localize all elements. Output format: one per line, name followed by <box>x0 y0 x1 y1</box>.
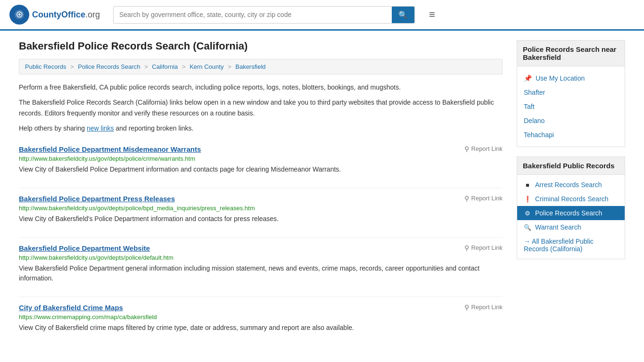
report-link-3[interactable]: ⚲ Report Link <box>464 304 503 311</box>
search-button[interactable]: 🔍 <box>392 7 414 23</box>
report-link-0[interactable]: ⚲ Report Link <box>464 145 503 153</box>
report-link-2[interactable]: ⚲ Report Link <box>464 244 503 252</box>
sidebar-public-records-body: ■ Arrest Records Search ❗ Criminal Recor… <box>517 174 625 259</box>
report-link-label-2: Report Link <box>471 244 503 251</box>
logo-area: ⦿ CountyOffice.org <box>9 5 104 25</box>
breadcrumb-link-police-records[interactable]: Police Records Search <box>78 63 140 70</box>
result-url-0: http://www.bakersfieldcity.us/gov/depts/… <box>19 155 503 162</box>
page-title: Bakersfield Police Records Search (Calif… <box>19 40 503 52</box>
nearby-city-link-1[interactable]: Taft <box>524 103 535 110</box>
report-link-label-1: Report Link <box>471 195 503 202</box>
search-bar: 🔍 <box>113 6 415 24</box>
result-title-3[interactable]: City of Bakersfield Crime Maps <box>19 304 123 312</box>
result-url-2: http://www.bakersfieldcity.us/gov/depts/… <box>19 254 503 261</box>
result-title-0[interactable]: Bakersfield Police Department Misdemeano… <box>19 145 201 153</box>
all-records-anchor[interactable]: → All Bakersfield Public Records (Califo… <box>524 238 594 253</box>
public-records-links-list: ■ Arrest Records Search ❗ Criminal Recor… <box>517 178 625 234</box>
sidebar-link-icon-2: ⚙ <box>524 210 531 217</box>
breadcrumb-sep-2: > <box>144 63 148 70</box>
report-link-icon-3: ⚲ <box>464 304 469 311</box>
description-1: Perform a free Bakersfield, CA public po… <box>19 82 503 92</box>
sidebar-link-label-2: Police Records Search <box>535 209 602 217</box>
site-header: ⦿ CountyOffice.org 🔍 ≡ <box>0 0 644 31</box>
main-container: Bakersfield Police Records Search (Calif… <box>0 31 644 355</box>
result-desc-1: View City of Bakersfield's Police Depart… <box>19 214 503 224</box>
nearby-cities-list: ShafterTaftDelanoTehachapi <box>517 85 625 142</box>
menu-icon[interactable]: ≡ <box>429 8 435 21</box>
result-item-0: Bakersfield Police Department Misdemeano… <box>19 139 503 174</box>
report-link-icon-0: ⚲ <box>464 145 469 153</box>
sidebar-link-1[interactable]: ❗ Criminal Records Search <box>517 192 625 206</box>
main-content: Bakersfield Police Records Search (Calif… <box>19 40 503 346</box>
result-item-1: Bakersfield Police Department Press Rele… <box>19 188 503 224</box>
sidebar-link-anchor-3[interactable]: Warrant Search <box>535 223 581 231</box>
description-3: Help others by sharing new links and rep… <box>19 123 503 133</box>
new-links-link[interactable]: new links <box>87 124 114 132</box>
sidebar-link-anchor-0[interactable]: Arrest Records Search <box>535 181 602 189</box>
result-header-1: Bakersfield Police Department Press Rele… <box>19 195 503 203</box>
result-header-2: Bakersfield Police Department Website ⚲ … <box>19 244 503 252</box>
breadcrumb-sep-3: > <box>182 63 186 70</box>
breadcrumb-sep-1: > <box>70 63 74 70</box>
result-title-1[interactable]: Bakersfield Police Department Press Rele… <box>19 195 175 203</box>
nearby-city-link-2[interactable]: Delano <box>524 117 545 124</box>
sidebar-link-3[interactable]: 🔍 Warrant Search <box>517 220 625 234</box>
sidebar-link-icon-0: ■ <box>524 181 531 189</box>
nearby-city-3[interactable]: Tehachapi <box>517 128 625 142</box>
sidebar-link-icon-1: ❗ <box>524 196 531 203</box>
sidebar-link-0[interactable]: ■ Arrest Records Search <box>517 178 625 192</box>
report-link-1[interactable]: ⚲ Report Link <box>464 195 503 202</box>
result-item-3: City of Bakersfield Crime Maps ⚲ Report … <box>19 296 503 333</box>
sidebar: Police Records Search near Bakersfield 📌… <box>517 40 625 346</box>
nearby-city-1[interactable]: Taft <box>517 99 625 114</box>
sidebar-link-anchor-1[interactable]: Criminal Records Search <box>535 195 609 203</box>
report-link-label-3: Report Link <box>471 304 503 311</box>
nearby-city-0[interactable]: Shafter <box>517 85 625 99</box>
report-link-icon-2: ⚲ <box>464 244 469 252</box>
logo-icon: ⦿ <box>9 5 29 25</box>
results-container: Bakersfield Police Department Misdemeano… <box>19 139 503 333</box>
breadcrumb-link-kern-county[interactable]: Kern County <box>190 63 223 70</box>
search-icon: 🔍 <box>398 11 408 19</box>
breadcrumb-link-public-records[interactable]: Public Records <box>25 63 66 70</box>
sidebar-nearby-body: 📌 Use My Location ShafterTaftDelanoTehac… <box>517 66 625 147</box>
nearby-city-link-3[interactable]: Tehachapi <box>524 131 554 139</box>
nearby-city-2[interactable]: Delano <box>517 114 625 128</box>
result-desc-3: View City of Bakersfield crime maps filt… <box>19 323 503 333</box>
sidebar-link-2[interactable]: ⚙ Police Records Search <box>517 206 625 220</box>
breadcrumb-link-california[interactable]: California <box>152 63 178 70</box>
report-link-label-0: Report Link <box>471 145 503 152</box>
description-2: The Bakersfield Police Records Search (C… <box>19 97 503 118</box>
all-records-link: → All Bakersfield Public Records (Califo… <box>517 234 625 256</box>
breadcrumb: Public Records > Police Records Search >… <box>19 59 503 74</box>
nearby-city-link-0[interactable]: Shafter <box>524 89 545 96</box>
use-my-location-link[interactable]: Use My Location <box>536 74 585 82</box>
sidebar-use-my-location[interactable]: 📌 Use My Location <box>517 71 625 85</box>
report-link-icon-1: ⚲ <box>464 195 469 202</box>
result-item-2: Bakersfield Police Department Website ⚲ … <box>19 237 503 283</box>
result-url-3: https://www.crimemapping.com/map/ca/bake… <box>19 313 503 321</box>
pin-icon: 📌 <box>524 74 532 82</box>
sidebar-public-records-section: Bakersfield Public Records ■ Arrest Reco… <box>517 156 625 259</box>
sidebar-link-icon-3: 🔍 <box>524 224 531 231</box>
result-desc-0: View City of Bakersfield Police Departme… <box>19 165 503 174</box>
breadcrumb-sep-4: > <box>228 63 231 70</box>
sidebar-public-records-title: Bakersfield Public Records <box>517 156 625 174</box>
sidebar-nearby-title: Police Records Search near Bakersfield <box>517 40 625 66</box>
logo-text: CountyOffice.org <box>32 10 100 20</box>
result-title-2[interactable]: Bakersfield Police Department Website <box>19 244 150 252</box>
svg-text:⦿: ⦿ <box>16 11 23 18</box>
result-header-3: City of Bakersfield Crime Maps ⚲ Report … <box>19 304 503 312</box>
search-input[interactable] <box>114 7 392 22</box>
result-desc-2: View Bakersfield Police Department gener… <box>19 263 503 283</box>
sidebar-nearby-section: Police Records Search near Bakersfield 📌… <box>517 40 625 147</box>
breadcrumb-link-bakersfield[interactable]: Bakersfield <box>235 63 265 70</box>
result-url-1: http://www.bakersfieldcity.us/gov/depts/… <box>19 205 503 212</box>
result-header-0: Bakersfield Police Department Misdemeano… <box>19 145 503 153</box>
